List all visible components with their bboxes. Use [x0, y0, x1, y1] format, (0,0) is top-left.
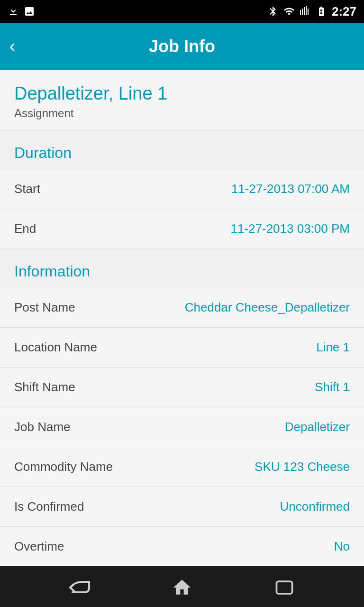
table-row: Job NameDepalletizer — [0, 407, 364, 447]
row-label: Location Name — [14, 340, 97, 355]
bottom-nav-bar — [0, 566, 364, 607]
start-value: 11-27-2013 07:00 AM — [231, 182, 350, 196]
job-subtitle: Assignment — [14, 107, 350, 120]
duration-section-header: Duration — [0, 131, 364, 169]
job-title: Depalletizer, Line 1 — [14, 83, 350, 104]
table-row: Location NameLine 1 — [0, 328, 364, 368]
back-arrow-icon — [65, 578, 94, 597]
duration-section: Start 11-27-2013 07:00 AM End 11-27-2013… — [0, 169, 364, 248]
end-row: End 11-27-2013 03:00 PM — [0, 209, 364, 248]
end-label: End — [14, 221, 36, 236]
information-title: Information — [14, 263, 350, 280]
row-value: Depalletizer — [285, 420, 350, 434]
app-bar: ‹ Job Info — [0, 23, 364, 70]
download-icon — [8, 6, 19, 17]
table-row: Is ConfirmedUnconfirmed — [0, 487, 364, 527]
status-icons-left — [8, 6, 35, 17]
table-row: Commodity NameSKU 123 Cheese — [0, 447, 364, 487]
status-bar: 2:27 — [0, 0, 364, 23]
svg-rect-0 — [277, 581, 292, 594]
back-button[interactable]: ‹ — [9, 38, 15, 55]
row-value: Unconfirmed — [280, 499, 350, 514]
wifi-icon — [283, 6, 295, 17]
table-row: OvertimeNo — [0, 527, 364, 566]
row-value: Line 1 — [316, 340, 350, 355]
nav-home-button[interactable] — [163, 573, 201, 602]
job-title-section: Depalletizer, Line 1 Assignment — [0, 70, 364, 131]
bluetooth-icon — [267, 6, 279, 17]
row-label: Shift Name — [14, 380, 75, 395]
table-row: Post NameCheddar Cheese_Depalletizer — [0, 288, 364, 328]
home-icon — [172, 577, 192, 598]
content-area: Depalletizer, Line 1 Assignment Duration… — [0, 70, 364, 566]
signal-icon — [300, 6, 311, 17]
start-row: Start 11-27-2013 07:00 AM — [0, 169, 364, 209]
status-time: 2:27 — [332, 4, 356, 19]
nav-back-button[interactable] — [61, 573, 99, 602]
row-value: Shift 1 — [315, 380, 350, 395]
row-label: Post Name — [14, 300, 75, 315]
page-title: Job Info — [149, 37, 215, 56]
row-label: Overtime — [14, 539, 64, 554]
information-section-header: Information — [0, 249, 364, 288]
row-label: Is Confirmed — [14, 499, 84, 514]
recent-apps-icon — [274, 577, 295, 598]
end-value: 11-27-2013 03:00 PM — [230, 221, 350, 236]
row-label: Job Name — [14, 420, 71, 434]
nav-recent-button[interactable] — [265, 573, 303, 602]
table-row: Shift NameShift 1 — [0, 368, 364, 407]
row-value: Cheddar Cheese_Depalletizer — [185, 300, 350, 315]
image-icon — [24, 6, 35, 17]
row-value: No — [334, 539, 350, 554]
information-section: Post NameCheddar Cheese_DepalletizerLoca… — [0, 288, 364, 566]
row-label: Commodity Name — [14, 460, 113, 474]
battery-icon — [316, 6, 327, 17]
row-value: SKU 123 Cheese — [255, 460, 350, 474]
duration-title: Duration — [14, 144, 350, 162]
start-label: Start — [14, 182, 40, 196]
